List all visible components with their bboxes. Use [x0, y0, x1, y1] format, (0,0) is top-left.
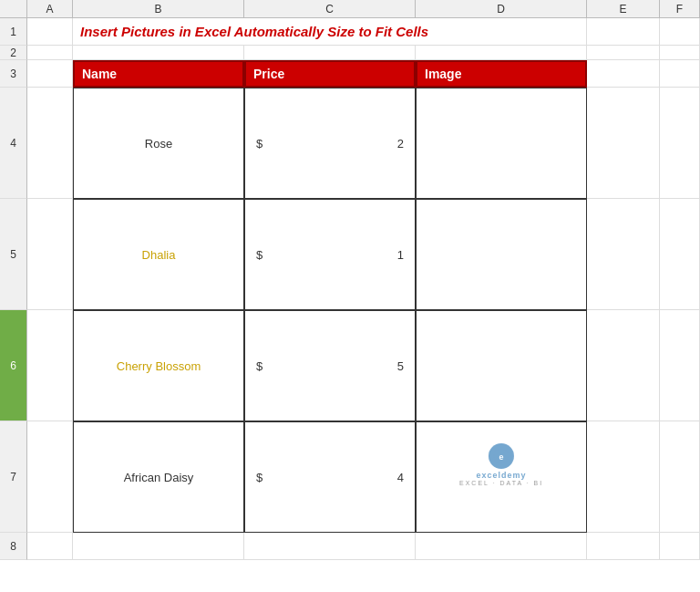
cell-f4[interactable] [660, 88, 700, 199]
price-rose-symbol: $ [256, 137, 262, 151]
cell-image-dhalia[interactable] [416, 199, 587, 310]
cell-f5[interactable] [660, 199, 700, 310]
cell-a2[interactable] [27, 46, 73, 60]
cell-image-cherry[interactable] [416, 310, 587, 421]
cell-a1[interactable] [27, 18, 73, 46]
col-header-f[interactable]: F [660, 0, 700, 17]
col-header-c[interactable]: C [244, 0, 416, 17]
row-5: 5 Dhalia $ 1 [0, 199, 700, 310]
cell-f3[interactable] [660, 60, 700, 88]
watermark-sub: EXCEL · DATA · BI [459, 480, 543, 486]
cell-a6[interactable] [27, 310, 73, 421]
col-header-b[interactable]: B [73, 0, 244, 17]
spreadsheet: A B C D E F 1 Insert Pictures in Excel A… [0, 0, 700, 592]
row-6: 6 Cherry Blossom $ 5 [0, 310, 700, 421]
cell-a3[interactable] [27, 60, 73, 88]
cell-image-daisy[interactable]: e exceldemy EXCEL · DATA · BI [416, 421, 587, 533]
cell-price-dhalia[interactable]: $ 1 [244, 199, 416, 310]
cell-header-name: Name [73, 60, 244, 88]
price-cherry-value: 5 [397, 359, 404, 373]
price-cherry-symbol: $ [256, 359, 262, 373]
col-header-e[interactable]: E [587, 0, 660, 17]
price-rose-content: $ 2 [249, 137, 411, 151]
svg-point-0 [494, 449, 509, 463]
cell-e3[interactable] [587, 60, 660, 88]
cell-e6[interactable] [587, 310, 660, 421]
cell-price-cherry[interactable]: $ 5 [244, 310, 416, 421]
cell-f6[interactable] [660, 310, 700, 421]
name-daisy-text: African Daisy [124, 471, 194, 484]
cell-e5[interactable] [587, 199, 660, 310]
row-7: 7 African Daisy $ 4 e [0, 421, 700, 533]
cell-name-cherry[interactable]: Cherry Blossom [73, 310, 244, 421]
row-8: 8 [0, 533, 700, 560]
cell-header-price: Price [244, 60, 416, 88]
price-rose-value: 2 [397, 137, 404, 151]
header-name-text: Name [82, 67, 117, 81]
price-daisy-value: 4 [397, 471, 404, 484]
watermark-text: exceldemy [476, 471, 526, 480]
cell-f1[interactable] [660, 18, 700, 46]
corner-cell [0, 0, 27, 17]
row-3: 3 Name Price Image [0, 60, 700, 88]
cell-b2[interactable] [73, 46, 244, 60]
cell-d8[interactable] [416, 533, 587, 560]
row-num-1: 1 [0, 18, 27, 46]
cell-name-rose[interactable]: Rose [73, 88, 244, 199]
cell-name-daisy[interactable]: African Daisy [73, 421, 244, 533]
col-header-a[interactable]: A [27, 0, 73, 17]
row-2: 2 [0, 46, 700, 60]
price-daisy-symbol: $ [256, 471, 262, 484]
price-dhalia-symbol: $ [256, 248, 262, 262]
cell-a7[interactable] [27, 421, 73, 533]
cell-price-rose[interactable]: $ 2 [244, 88, 416, 199]
cell-title: Insert Pictures in Excel Automatically S… [73, 18, 587, 46]
row-num-6: 6 [0, 310, 27, 421]
cell-price-daisy[interactable]: $ 4 [244, 421, 416, 533]
header-image-text: Image [425, 67, 461, 81]
name-cherry-text: Cherry Blossom [117, 359, 201, 373]
cell-c8[interactable] [244, 533, 416, 560]
price-cherry-content: $ 5 [249, 359, 411, 373]
cell-a4[interactable] [27, 88, 73, 199]
title-text: Insert Pictures in Excel Automatically S… [80, 24, 428, 39]
cell-f7[interactable] [660, 421, 700, 533]
cell-b8[interactable] [73, 533, 244, 560]
cell-e7[interactable] [587, 421, 660, 533]
cell-a5[interactable] [27, 199, 73, 310]
name-rose-text: Rose [145, 137, 172, 151]
row-num-2: 2 [0, 46, 27, 60]
cell-e1[interactable] [587, 18, 660, 46]
cell-e8[interactable] [587, 533, 660, 560]
price-dhalia-value: 1 [397, 248, 404, 262]
svg-text:e: e [499, 452, 503, 462]
price-daisy-content: $ 4 [249, 471, 411, 484]
row-num-8: 8 [0, 533, 27, 560]
cell-a8[interactable] [27, 533, 73, 560]
column-headers: A B C D E F [0, 0, 700, 18]
cell-e4[interactable] [587, 88, 660, 199]
watermark: e exceldemy EXCEL · DATA · BI [459, 443, 543, 486]
name-dhalia-text: Dhalia [142, 248, 176, 262]
row-num-7: 7 [0, 421, 27, 533]
row-num-4: 4 [0, 88, 27, 199]
cell-f8[interactable] [660, 533, 700, 560]
cell-f2[interactable] [660, 46, 700, 60]
cell-c2[interactable] [244, 46, 416, 60]
cell-e2[interactable] [587, 46, 660, 60]
watermark-logo: e [489, 443, 514, 469]
col-header-d[interactable]: D [416, 0, 587, 17]
row-num-3: 3 [0, 60, 27, 88]
cell-d2[interactable] [416, 46, 587, 60]
cell-header-image: Image [416, 60, 587, 88]
sheet-body: 1 Insert Pictures in Excel Automatically… [0, 18, 700, 592]
cell-image-rose[interactable] [416, 88, 587, 199]
row-1: 1 Insert Pictures in Excel Automatically… [0, 18, 700, 46]
cell-name-dhalia[interactable]: Dhalia [73, 199, 244, 310]
price-dhalia-content: $ 1 [249, 248, 411, 262]
row-4: 4 Rose $ 2 [0, 88, 700, 199]
row-num-5: 5 [0, 199, 27, 310]
header-price-text: Price [253, 67, 284, 81]
